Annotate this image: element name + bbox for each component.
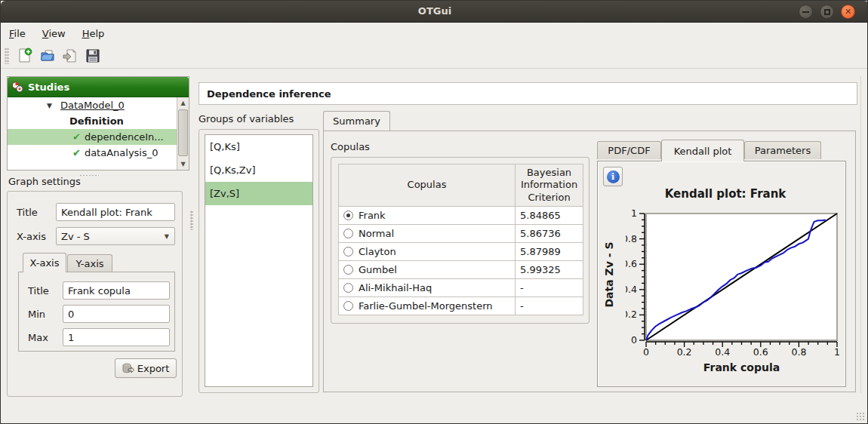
list-item-label: [Zv,S]	[210, 188, 239, 199]
import-python-script-button[interactable]	[59, 45, 82, 66]
new-study-button[interactable]	[14, 45, 36, 66]
list-item-q-ks-zv[interactable]: [Q,Ks,Zv]	[205, 158, 312, 182]
tab-x-axis[interactable]: X-axis	[23, 253, 66, 272]
table-row[interactable]: Normal 5.86736	[339, 224, 583, 242]
max-input[interactable]: 1	[63, 328, 170, 346]
chart-title: Kendall plot: Frank	[627, 187, 823, 201]
tree-item-dependence-inference[interactable]: ✔ dependenceIn...	[8, 129, 189, 145]
table-row[interactable]: Farlie-Gumbel-Morgenstern -	[339, 296, 583, 315]
close-button[interactable]: ✕	[841, 5, 855, 19]
copula-name: Ali-Mikhail-Haq	[359, 282, 432, 293]
menu-help[interactable]: Help	[74, 25, 113, 42]
tab-label: X-axis	[30, 257, 60, 269]
minimize-button[interactable]	[799, 5, 813, 19]
axis-settings-pane: Title Frank copula Min 0 Max 1	[18, 272, 175, 352]
xaxis-label: X-axis	[17, 231, 46, 242]
bic-value: 5.86736	[516, 224, 583, 242]
svg-text:0.8: 0.8	[626, 233, 637, 244]
studies-tree: ▼ DataModel_0 Definition ✔ dependenceIn.…	[8, 97, 189, 170]
tree-scrollbar[interactable]: ▲ ▼	[177, 97, 189, 170]
menu-view[interactable]: View	[34, 25, 74, 42]
copula-name: Gumbel	[359, 264, 397, 275]
scrollbar-thumb[interactable]	[178, 109, 188, 156]
title-label: Title	[17, 207, 38, 218]
studies-header[interactable]: Studies	[8, 77, 189, 97]
page-title-text: Dependence inference	[207, 88, 331, 100]
x-axis-label: Frank copula	[646, 361, 837, 373]
tree-item-definition[interactable]: Definition	[8, 113, 189, 129]
tab-parameters[interactable]: Parameters	[744, 141, 821, 159]
chevron-down-icon: ▼	[165, 233, 169, 240]
menu-file[interactable]: File	[1, 25, 34, 42]
tab-label: Kendall plot	[674, 146, 732, 157]
kendall-plot-canvas[interactable]: 000.20.20.40.40.60.60.80.811	[626, 208, 845, 378]
table-row[interactable]: Clayton 5.87989	[339, 242, 583, 260]
svg-text:1: 1	[834, 346, 840, 358]
svg-text:1: 1	[631, 208, 637, 219]
svg-text:0.6: 0.6	[753, 346, 768, 358]
y-axis-label: Data Zv - S	[603, 214, 615, 335]
vertical-splitter-handle[interactable]	[190, 210, 193, 230]
toolbar	[1, 43, 868, 69]
table-row[interactable]: Gumbel 5.99325	[339, 260, 583, 278]
table-row[interactable]: Ali-Mikhail-Haq -	[339, 278, 583, 296]
expander-icon[interactable]: ▼	[47, 102, 52, 109]
svg-text:0.2: 0.2	[626, 309, 637, 320]
studies-header-label: Studies	[28, 81, 69, 93]
open-folder-icon	[39, 48, 56, 64]
axis-title-label: Title	[28, 285, 49, 296]
list-item-zv-s[interactable]: [Zv,S]	[205, 182, 312, 205]
save-button[interactable]	[82, 45, 104, 66]
column-header-copulas: Copulas	[339, 164, 516, 207]
info-button[interactable]: i	[603, 167, 623, 186]
horizontal-splitter-handle[interactable]	[79, 174, 99, 177]
tree-item-data-analysis[interactable]: ✔ dataAnalysis_0	[8, 145, 189, 161]
table-row[interactable]: Frank 5.84865	[339, 206, 583, 224]
axis-title-input[interactable]: Frank copula	[63, 281, 170, 300]
import-script-icon	[62, 48, 78, 64]
page-title: Dependence inference	[199, 82, 857, 105]
graph-settings-box: Title Kendall plot: Frank X-axis Zv - S …	[7, 191, 183, 397]
graph-title-value: Kendall plot: Frank	[61, 207, 152, 218]
menu-bar: File View Help	[1, 23, 868, 43]
graph-title-input[interactable]: Kendall plot: Frank	[56, 203, 175, 221]
min-input[interactable]: 0	[63, 305, 170, 323]
copula-name: Farlie-Gumbel-Morgenstern	[359, 300, 493, 312]
list-item-q-ks[interactable]: [Q,Ks]	[205, 135, 312, 158]
tab-kendall-plot[interactable]: Kendall plot	[661, 140, 744, 161]
tree-item-datamodel[interactable]: ▼ DataModel_0	[8, 97, 189, 113]
max-value: 1	[68, 332, 74, 343]
title-bar[interactable]: OTGui ✕	[1, 1, 868, 23]
info-icon: i	[607, 171, 620, 183]
svg-text:0.6: 0.6	[626, 258, 637, 269]
close-icon: ✕	[845, 8, 851, 16]
tab-summary[interactable]: Summary	[323, 111, 390, 131]
tab-pdf-cdf[interactable]: PDF/CDF	[597, 141, 661, 159]
check-icon: ✔	[72, 131, 81, 143]
tab-y-axis[interactable]: Y-axis	[67, 254, 112, 272]
scroll-down-icon[interactable]: ▼	[177, 158, 189, 170]
toolbar-drag-handle[interactable]	[5, 48, 9, 64]
save-floppy-icon	[85, 48, 101, 64]
maximize-icon	[824, 9, 830, 15]
window-size-grip[interactable]	[856, 412, 866, 422]
copulas-table: Copulas Bayesian Information Criterion F…	[338, 164, 583, 315]
export-button-label: Export	[137, 363, 170, 374]
open-study-button[interactable]	[36, 45, 59, 66]
radio-gumbel[interactable]	[343, 265, 353, 275]
check-icon: ✔	[72, 147, 81, 158]
radio-clayton[interactable]	[343, 247, 353, 257]
export-button[interactable]: Export	[115, 358, 177, 378]
svg-text:0.4: 0.4	[626, 284, 637, 295]
column-header-bic: Bayesian Information Criterion	[516, 164, 583, 207]
xaxis-combobox[interactable]: Zv - S ▼	[56, 227, 175, 245]
radio-normal[interactable]	[343, 229, 353, 238]
radio-ali-mikhail-haq[interactable]	[343, 283, 353, 293]
radio-frank[interactable]	[343, 210, 353, 220]
otgui-window: OTGui ✕ File View Help	[0, 0, 868, 424]
new-document-icon	[17, 48, 33, 64]
tab-label: Y-axis	[75, 258, 103, 269]
maximize-button[interactable]	[820, 5, 834, 19]
radio-farlie-gumbel-morgenstern[interactable]	[343, 301, 353, 311]
scroll-up-icon[interactable]: ▲	[177, 97, 189, 109]
